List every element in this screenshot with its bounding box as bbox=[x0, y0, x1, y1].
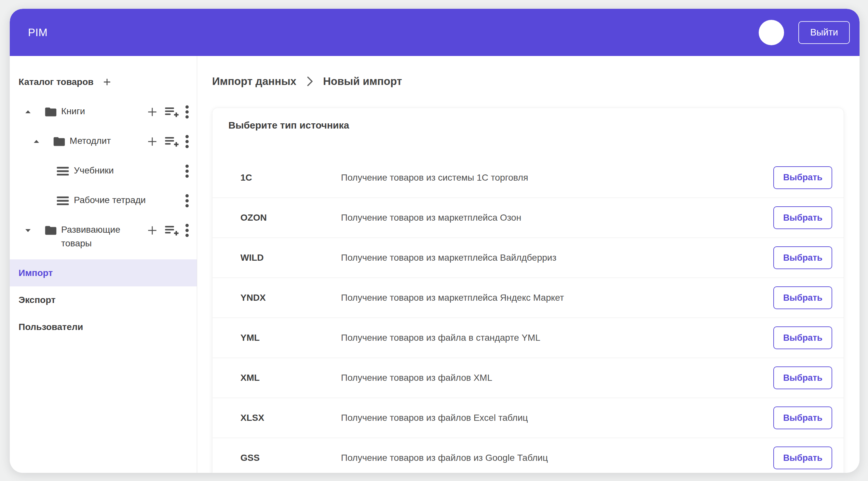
node-type-icon bbox=[56, 186, 69, 215]
card-title: Выберите тип источника bbox=[228, 120, 844, 133]
select-source-button[interactable]: Выбрать bbox=[773, 407, 832, 429]
select-source-button[interactable]: Выбрать bbox=[773, 447, 832, 469]
sidebar-nav-label: Пользователи bbox=[19, 322, 83, 332]
tree-item-actions bbox=[146, 215, 197, 245]
sidebar-nav-label: Экспорт bbox=[19, 295, 56, 305]
catalog-tree-item[interactable]: Книги bbox=[10, 97, 197, 127]
catalog-tree-item[interactable]: Развивающие товары bbox=[10, 215, 197, 256]
breadcrumb-item-import-data[interactable]: Импорт данных bbox=[212, 75, 297, 88]
source-row: WILD Получение товаров из маркетплейса В… bbox=[212, 238, 844, 278]
catalog-tree-item[interactable]: Методлит bbox=[10, 127, 197, 156]
user-avatar[interactable] bbox=[759, 20, 784, 45]
playlist-add-icon[interactable] bbox=[164, 224, 179, 237]
sidebar-nav-label: Импорт bbox=[19, 268, 53, 278]
catalog-tree-item[interactable]: Рабочие тетради bbox=[10, 186, 197, 215]
expand-toggle-icon[interactable] bbox=[33, 127, 40, 156]
source-row: XML Получение товаров из файлов XML Выбр… bbox=[212, 358, 844, 398]
catalog-title: Каталог товаров bbox=[19, 77, 94, 87]
app-logo: PIM bbox=[28, 26, 48, 39]
chevron-right-icon bbox=[306, 76, 314, 87]
tree-item-label: Развивающие товары bbox=[61, 215, 143, 250]
node-type-icon bbox=[45, 215, 57, 245]
source-type-card: Выберите тип источника 1С Получение това… bbox=[212, 108, 844, 473]
kebab-menu-icon[interactable] bbox=[185, 194, 189, 208]
source-list: 1С Получение товаров из системы 1С торго… bbox=[212, 157, 844, 473]
select-source-button[interactable]: Выбрать bbox=[773, 246, 832, 269]
sidebar-nav-item-0[interactable]: Импорт bbox=[10, 259, 197, 287]
catalog-header: Каталог товаров bbox=[19, 76, 197, 89]
breadcrumb-item-new-import: Новый импорт bbox=[323, 75, 402, 88]
source-description: Получение товаров из файлов XML bbox=[341, 372, 773, 383]
app-window: PIM Выйти Каталог товаров Книги bbox=[10, 9, 860, 473]
source-row: YNDX Получение товаров из маркетплейса Я… bbox=[212, 278, 844, 318]
select-source-button[interactable]: Выбрать bbox=[773, 166, 832, 189]
tree-item-actions bbox=[185, 186, 197, 215]
kebab-menu-icon[interactable] bbox=[185, 105, 189, 119]
select-source-button[interactable]: Выбрать bbox=[773, 366, 832, 389]
tree-item-label: Методлит bbox=[70, 127, 111, 148]
kebab-menu-icon[interactable] bbox=[185, 135, 189, 148]
kebab-menu-icon[interactable] bbox=[185, 164, 189, 178]
logout-button[interactable]: Выйти bbox=[798, 21, 850, 44]
sidebar: Каталог товаров Книги bbox=[10, 56, 197, 473]
node-type-icon bbox=[45, 97, 57, 127]
add-category-icon[interactable] bbox=[101, 77, 113, 88]
source-code: 1С bbox=[241, 173, 341, 183]
source-description: Получение товаров из маркетплейса Вайлдб… bbox=[341, 252, 773, 263]
playlist-add-icon[interactable] bbox=[164, 106, 179, 118]
source-description: Получение товаров из маркетплейса Озон bbox=[341, 212, 773, 223]
add-subcategory-icon[interactable] bbox=[146, 106, 158, 118]
source-code: OZON bbox=[241, 212, 341, 223]
source-row: 1С Получение товаров из системы 1С торго… bbox=[212, 157, 844, 198]
sidebar-nav-item-1[interactable]: Экспорт bbox=[10, 287, 197, 313]
select-source-button[interactable]: Выбрать bbox=[773, 287, 832, 309]
breadcrumb: Импорт данных Новый импорт bbox=[212, 74, 860, 89]
add-subcategory-icon[interactable] bbox=[146, 136, 158, 148]
select-source-button[interactable]: Выбрать bbox=[773, 206, 832, 229]
source-code: WILD bbox=[241, 252, 341, 263]
catalog-tree-item[interactable]: Учебники bbox=[10, 156, 197, 186]
main-content: Импорт данных Новый импорт Выберите тип … bbox=[197, 56, 860, 473]
source-row: OZON Получение товаров из маркетплейса О… bbox=[212, 198, 844, 238]
expand-toggle-icon[interactable] bbox=[24, 215, 32, 245]
source-row: YML Получение товаров из файла в стандар… bbox=[212, 318, 844, 358]
tree-item-label: Учебники bbox=[74, 156, 114, 177]
tree-item-actions bbox=[146, 97, 197, 127]
source-description: Получение товаров из маркетплейса Яндекс… bbox=[341, 293, 773, 303]
source-description: Получение товаров из системы 1С торговля bbox=[341, 173, 773, 183]
source-code: XML bbox=[241, 372, 341, 383]
source-row: GSS Получение товаров из файлов из Googl… bbox=[212, 438, 844, 473]
select-source-button[interactable]: Выбрать bbox=[773, 326, 832, 349]
sidebar-nav: Импорт Экспорт Пользователи bbox=[10, 259, 197, 340]
tree-item-actions bbox=[146, 127, 197, 156]
source-code: YNDX bbox=[241, 293, 341, 303]
tree-item-actions bbox=[185, 156, 197, 186]
add-subcategory-icon[interactable] bbox=[146, 224, 158, 237]
expand-toggle-icon[interactable] bbox=[24, 97, 32, 127]
source-description: Получение товаров из файла в стандарте Y… bbox=[341, 333, 773, 343]
playlist-add-icon[interactable] bbox=[164, 136, 179, 148]
node-type-icon bbox=[53, 127, 65, 156]
source-description: Получение товаров из файлов из Google Та… bbox=[341, 453, 773, 463]
top-bar: PIM Выйти bbox=[10, 9, 860, 56]
catalog-tree: Книги Методлит bbox=[10, 97, 197, 256]
source-row: XLSX Получение товаров из файлов Excel т… bbox=[212, 398, 844, 438]
sidebar-nav-item-2[interactable]: Пользователи bbox=[10, 313, 197, 340]
source-code: XLSX bbox=[241, 413, 341, 423]
node-type-icon bbox=[56, 156, 69, 186]
source-code: YML bbox=[241, 333, 341, 343]
app-body: Каталог товаров Книги bbox=[10, 56, 860, 473]
source-description: Получение товаров из файлов Excel таблиц bbox=[341, 413, 773, 423]
tree-item-label: Рабочие тетради bbox=[74, 186, 146, 207]
source-code: GSS bbox=[241, 453, 341, 463]
kebab-menu-icon[interactable] bbox=[185, 223, 189, 237]
tree-item-label: Книги bbox=[61, 97, 85, 118]
